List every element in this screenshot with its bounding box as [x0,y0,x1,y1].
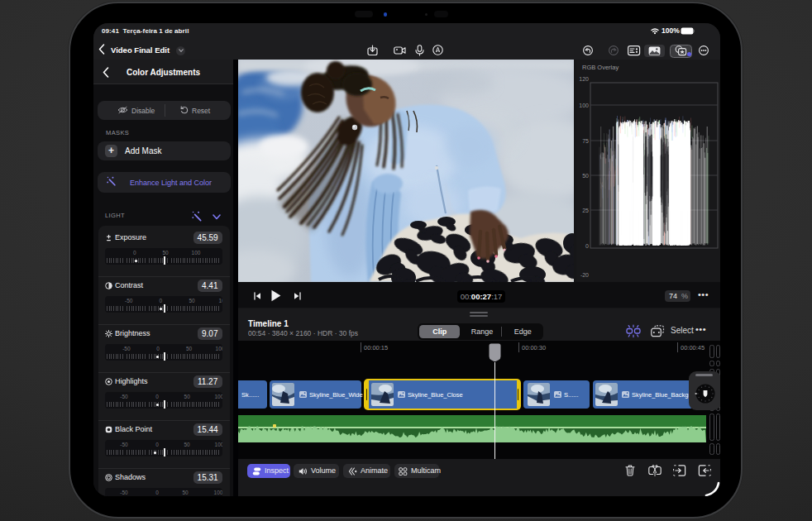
svg-text:0: 0 [585,243,589,249]
svg-text:25: 25 [582,208,589,213]
svg-text:120: 120 [579,76,589,82]
svg-text:-20: -20 [580,272,589,278]
svg-text:50: 50 [582,173,589,179]
svg-text:100: 100 [579,103,589,108]
svg-text:75: 75 [582,138,589,144]
